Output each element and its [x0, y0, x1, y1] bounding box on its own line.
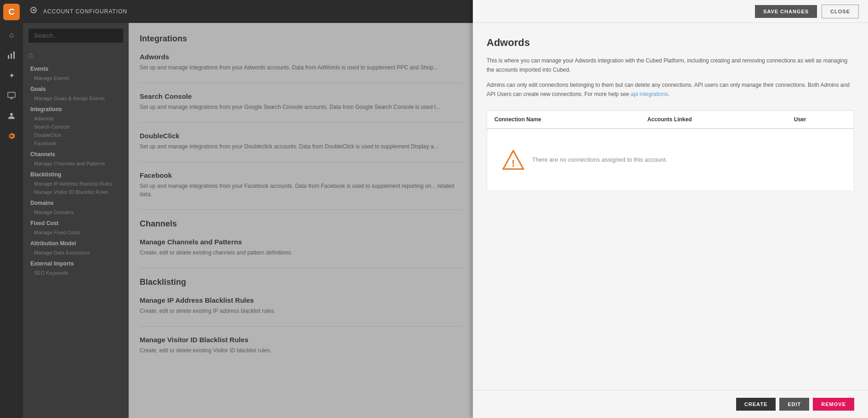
col-user: User [787, 110, 854, 129]
ip-blacklist-block: Manage IP Address Blacklist Rules Create… [140, 296, 462, 315]
sidebar-item-home[interactable]: ⌂ [2, 26, 21, 44]
integration-adwords-desc: Set up and manage integrations from your… [140, 63, 462, 72]
integration-search-console: Search Console Set up and manage integra… [140, 92, 462, 111]
sidebar-icons: C ⌂ ✦ [0, 0, 23, 418]
panel-desc-2: Admins can only edit connections belongi… [487, 80, 854, 99]
integration-doubleclick: DoubleClick Set up and manage integratio… [140, 132, 462, 151]
nav-section-goals: Goals [23, 82, 129, 94]
col-accounts-linked: Accounts Linked [640, 110, 787, 129]
panel-desc-1: This is where you can manage your Adword… [487, 56, 854, 75]
channels-desc: Create, edit or delete existing channels… [140, 249, 462, 257]
integration-facebook-desc: Set up and manage integrations from your… [140, 182, 462, 198]
nav-item-adwords[interactable]: Adwords [23, 114, 129, 123]
nav-item-manage-goals[interactable]: Manage Goals & Assign Events [23, 94, 129, 102]
empty-state: ! There are no connections assigned to t… [494, 135, 846, 185]
channels-section-title: Channels [140, 219, 462, 229]
nav-section-domains: Domains [23, 196, 129, 208]
integration-facebook: Facebook Set up and manage integrations … [140, 171, 462, 198]
connections-table: Connection Name Accounts Linked User ! T… [487, 110, 854, 191]
nav-item-manage-domains[interactable]: Manage Domains [23, 208, 129, 216]
adwords-panel: SAVE CHANGES CLOSE Adwords This is where… [473, 0, 868, 418]
panel-title: Adwords [487, 37, 854, 49]
panel-body: Adwords This is where you can manage you… [473, 23, 868, 390]
svg-rect-3 [8, 92, 15, 97]
svg-point-6 [10, 113, 13, 116]
edit-button[interactable]: EDIT [779, 398, 809, 411]
empty-state-message: There are no connections assigned to thi… [532, 156, 667, 163]
integration-facebook-name: Facebook [140, 171, 462, 179]
nav-item-manage-exclusions[interactable]: Manage Data Exclusions [23, 249, 129, 257]
nav-section-blacklisting: Blacklisting [23, 168, 129, 180]
integration-search-console-name: Search Console [140, 92, 462, 100]
main-area: ACCOUNT CONFIGURATION ⌂ Events Manage Ev… [23, 0, 473, 418]
sidebar-item-users[interactable] [2, 107, 21, 125]
nav-item-search-console[interactable]: Search Console [23, 123, 129, 131]
remove-button[interactable]: REMOVE [813, 398, 854, 411]
divider-6 [140, 326, 462, 327]
svg-rect-0 [8, 55, 9, 59]
visitor-blacklist-block: Manage Visitor ID Blacklist Rules Create… [140, 336, 462, 355]
visitor-blacklist-desc: Create, edit or delete existing Visitor … [140, 346, 462, 355]
divider-3 [140, 162, 462, 162]
warning-icon: ! [502, 148, 525, 171]
nav-search-container [28, 28, 123, 43]
nav-item-visitor-blacklist[interactable]: Manage Visitor ID Blacklist Rules [23, 188, 129, 196]
table-header-row: Connection Name Accounts Linked User [487, 110, 854, 129]
nav-section-fixed-cost: Fixed Cost [23, 216, 129, 228]
svg-rect-1 [11, 53, 12, 59]
visitor-blacklist-name: Manage Visitor ID Blacklist Rules [140, 336, 462, 344]
nav-item-facebook[interactable]: Facebook [23, 139, 129, 147]
nav-item-manage-channels[interactable]: Manage Channels and Patterns [23, 159, 129, 168]
nav-item-doubleclick[interactable]: DoubleClick [23, 131, 129, 139]
integrations-section-title: Integrations [140, 34, 462, 44]
divider-4 [140, 209, 462, 210]
api-integrations-link[interactable]: api integrations [631, 91, 668, 97]
ip-blacklist-name: Manage IP Address Blacklist Rules [140, 296, 462, 304]
ip-blacklist-desc: Create, edit or delete existing IP addre… [140, 307, 462, 315]
nav-sidebar: ⌂ Events Manage Events Goals Manage Goal… [23, 23, 129, 418]
channels-block: Manage Channels and Patterns Create, edi… [140, 238, 462, 257]
nav-section-external-imports: External Imports [23, 257, 129, 269]
nav-item-seo-keywords[interactable]: SEO Keywords [23, 269, 129, 277]
integration-adwords-name: Adwords [140, 53, 462, 61]
home-nav-icon[interactable]: ⌂ [23, 48, 129, 62]
nav-item-ip-blacklist[interactable]: Manage IP Address Blacklist Rules [23, 180, 129, 188]
create-button[interactable]: CREATE [736, 398, 776, 411]
channels-name: Manage Channels and Patterns [140, 238, 462, 246]
nav-section-attribution: Attribution Model [23, 237, 129, 249]
panel-footer: CREATE EDIT REMOVE [473, 390, 868, 418]
close-button[interactable]: CLOSE [822, 5, 859, 18]
blacklisting-section-title: Blacklisting [140, 277, 462, 287]
empty-state-cell: ! There are no connections assigned to t… [487, 129, 854, 191]
nav-item-manage-fixed-costs[interactable]: Manage Fixed Costs [23, 228, 129, 237]
sidebar-item-asterisk[interactable]: ✦ [2, 66, 21, 85]
divider-2 [140, 122, 462, 123]
panel-header-bar: SAVE CHANGES CLOSE [473, 0, 868, 23]
integration-search-console-desc: Set up and manage integrations from your… [140, 103, 462, 111]
app-logo[interactable]: C [3, 4, 20, 20]
sidebar-item-monitor[interactable] [2, 86, 21, 105]
page-content: Integrations Adwords Set up and manage i… [129, 23, 473, 418]
divider-1 [140, 83, 462, 83]
nav-section-channels: Channels [23, 147, 129, 159]
svg-text:!: ! [511, 158, 515, 169]
nav-item-manage-events[interactable]: Manage Events [23, 74, 129, 82]
sidebar-item-gear[interactable] [2, 127, 21, 145]
col-connection-name: Connection Name [487, 110, 640, 129]
nav-section-events: Events [23, 62, 129, 74]
table-empty-row: ! There are no connections assigned to t… [487, 129, 854, 191]
nav-section-integrations: Integrations [23, 102, 129, 114]
breadcrumb-arrow [30, 7, 40, 16]
integration-adwords: Adwords Set up and manage integrations f… [140, 53, 462, 72]
save-changes-button[interactable]: SAVE CHANGES [755, 5, 817, 18]
integration-doubleclick-name: DoubleClick [140, 132, 462, 140]
search-input[interactable] [28, 28, 123, 43]
svg-rect-2 [13, 51, 15, 59]
integration-doubleclick-desc: Set up and manage integrations from your… [140, 142, 462, 151]
sidebar-item-analytics[interactable] [2, 46, 21, 64]
divider-5 [140, 268, 462, 268]
top-bar: ACCOUNT CONFIGURATION [23, 0, 473, 23]
page-title: ACCOUNT CONFIGURATION [43, 8, 127, 15]
content-layout: ⌂ Events Manage Events Goals Manage Goal… [23, 23, 473, 418]
